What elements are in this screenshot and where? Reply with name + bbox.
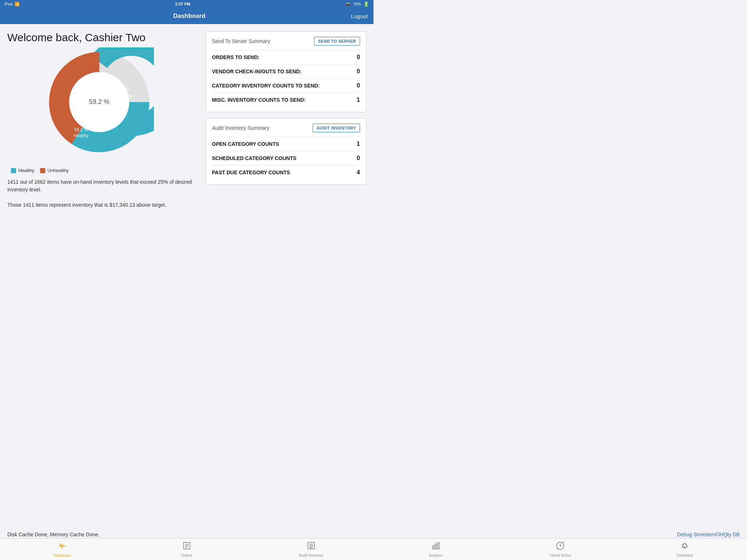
audit-inventory-title: Audit Inventory Summary — [212, 125, 269, 131]
legend-healthy: Healthy — [11, 168, 34, 173]
status-bar-time: 2:07 PM — [175, 2, 190, 6]
vendor-checkin-row: VENDOR CHECK-IN/OUTS TO SEND: 0 — [212, 64, 360, 78]
description: 1411 out of 1662 items have on-hand inve… — [7, 178, 198, 209]
scheduled-category-value: 0 — [357, 155, 360, 162]
healthy-chart-label: Healthy — [74, 133, 89, 138]
send-to-server-title: Send To Server Summary — [212, 38, 270, 44]
description-line2: Those 1411 items represent inventory tha… — [7, 201, 198, 209]
bluetooth-icon: 📷 — [346, 2, 351, 7]
description-line1: 1411 out of 1662 items have on-hand inve… — [7, 178, 198, 194]
send-to-server-card: Send To Server Summary SEND TO SERVER OR… — [206, 31, 366, 112]
scheduled-category-label: SCHEDULED CATEGORY COUNTS — [212, 155, 297, 161]
send-to-server-header: Send To Server Summary SEND TO SERVER — [212, 37, 360, 46]
nav-bar-title: Dashboard — [173, 12, 206, 20]
battery-level: 70% — [353, 2, 361, 6]
healthy-dot — [11, 168, 16, 173]
welcome-title: Welcome back, Cashier Two — [7, 31, 198, 44]
wifi-icon: 📶 — [15, 2, 20, 7]
audit-inventory-card: Audit Inventory Summary AUDIT INVENTORY … — [206, 118, 366, 185]
past-due-value: 4 — [357, 169, 360, 176]
status-bar: iPad 📶 2:07 PM 📷 70% 🔋 — [0, 0, 374, 8]
left-panel: Welcome back, Cashier Two — [7, 31, 198, 258]
category-counts-row: CATEGORY INVENTORY COUNTS TO SEND: 0 — [212, 78, 360, 93]
past-due-label: PAST DUE CATEGORY COUNTS — [212, 170, 290, 175]
orders-to-send-value: 0 — [357, 54, 360, 61]
healthy-label: Healthy — [18, 168, 34, 173]
open-category-value: 1 — [357, 141, 360, 147]
donut-chart-container: 59.2 % 59.2 % Healthy 40.8 % Unhealthy — [44, 47, 161, 164]
donut-chart-svg: 59.2 % 59.2 % Healthy 40.8 % Unhealthy — [44, 47, 154, 157]
unhealthy-chart-label-pct: 40.8 % — [116, 87, 130, 92]
open-category-row: OPEN CATEGORY COUNTS 1 — [212, 137, 360, 151]
legend-unhealthy: Unhealthy — [40, 168, 69, 173]
category-counts-value: 0 — [357, 82, 360, 89]
scheduled-category-row: SCHEDULED CATEGORY COUNTS 0 — [212, 151, 360, 165]
unhealthy-label: Unhealthy — [47, 168, 69, 173]
nav-bar: Dashboard Logout — [0, 8, 374, 24]
device-name: iPad — [4, 2, 12, 6]
open-category-label: OPEN CATEGORY COUNTS — [212, 141, 279, 147]
main-content: Welcome back, Cashier Two — [0, 24, 374, 258]
status-bar-right: 📷 70% 🔋 — [346, 1, 369, 7]
healthy-chart-label-pct: 59.2 % — [74, 127, 88, 132]
battery-icon: 🔋 — [363, 1, 369, 7]
audit-inventory-header: Audit Inventory Summary AUDIT INVENTORY — [212, 124, 360, 132]
misc-counts-value: 1 — [357, 97, 360, 103]
category-counts-label: CATEGORY INVENTORY COUNTS TO SEND: — [212, 83, 320, 89]
right-panel: Send To Server Summary SEND TO SERVER OR… — [206, 31, 366, 258]
unhealthy-chart-label: Unhealthy — [113, 93, 133, 98]
orders-to-send-label: ORDERS TO SEND: — [212, 54, 259, 60]
chart-legend: Healthy Unhealthy — [11, 168, 198, 173]
send-to-server-button[interactable]: SEND TO SERVER — [314, 37, 360, 46]
unhealthy-dot — [40, 168, 45, 173]
past-due-row: PAST DUE CATEGORY COUNTS 4 — [212, 165, 360, 179]
vendor-checkin-label: VENDOR CHECK-IN/OUTS TO SEND: — [212, 69, 302, 74]
misc-counts-row: MISC. INVENTORY COUNTS TO SEND: 1 — [212, 93, 360, 107]
audit-inventory-button[interactable]: AUDIT INVENTORY — [313, 124, 360, 132]
vendor-checkin-value: 0 — [357, 68, 360, 75]
misc-counts-label: MISC. INVENTORY COUNTS TO SEND: — [212, 97, 306, 103]
chart-center-text: 59.2 % — [89, 98, 109, 105]
logout-button[interactable]: Logout — [351, 13, 368, 19]
status-bar-left: iPad 📶 — [4, 2, 20, 7]
orders-to-send-row: ORDERS TO SEND: 0 — [212, 50, 360, 64]
